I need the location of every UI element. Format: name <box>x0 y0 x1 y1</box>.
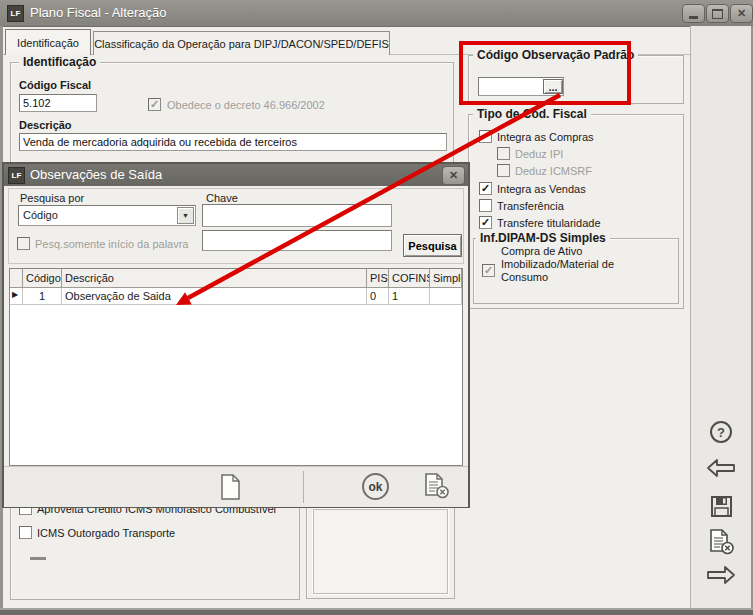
window-border-bottom <box>0 608 753 615</box>
checkbox-label: Deduz IPI <box>515 148 563 160</box>
column-header-codigo: Código <box>23 269 62 287</box>
codigo-fiscal-label: Código Fiscal <box>19 79 91 91</box>
checkbox-label: ICMS Outorgado Transporte <box>37 527 175 539</box>
checkbox-compra-ativo[interactable]: ✓ <box>482 264 495 277</box>
ok-button[interactable]: ok <box>362 473 389 500</box>
pesquisa-button[interactable]: Pesquisa <box>403 234 462 257</box>
close-icon: ✕ <box>449 170 458 181</box>
checkbox-integra-vendas[interactable]: ✓ <box>479 182 492 195</box>
titlebar: LF Plano Fiscal - Alteração ✕ <box>0 0 753 27</box>
filtro-input[interactable] <box>202 230 392 251</box>
check-icon: ✓ <box>150 98 159 110</box>
table-header-row: Código Descrição PIS COFINS Simples <box>10 269 462 288</box>
tab-label: Identificação <box>17 37 79 49</box>
codigo-observacao-field[interactable]: ... <box>478 77 564 96</box>
ellipsis-icon: ... <box>548 81 557 93</box>
decreto-checkbox-label: Obedece o decreto 46.966/2002 <box>167 99 325 111</box>
window-title: Plano Fiscal - Alteração <box>30 5 167 20</box>
cancel-button[interactable] <box>708 529 735 557</box>
tab-classificacao[interactable]: Classificação da Operação para DIPJ/DACO… <box>93 31 390 55</box>
close-button[interactable]: ✕ <box>730 4 753 23</box>
maximize-button[interactable] <box>706 4 729 23</box>
checkbox-label: Compra de Ativo Imobilizado/Material de … <box>501 245 656 284</box>
checkbox-label: Integra as Vendas <box>497 183 586 195</box>
pesquisa-por-select[interactable]: Código ▼ <box>18 205 196 226</box>
checkbox-label: Transferência <box>497 200 564 212</box>
check-icon: ✓ <box>481 216 490 228</box>
cell-codigo: 1 <box>23 288 62 304</box>
tipo-cod-fiscal-group: Tipo de Cód. Fiscal Integra as Compras D… <box>468 114 684 309</box>
row-selector-icon: ▶ <box>10 288 23 304</box>
column-header-descricao: Descrição <box>62 269 367 287</box>
chave-input[interactable] <box>202 204 392 227</box>
hscroll-thumb[interactable] <box>30 557 46 560</box>
checkbox-integra-compras[interactable] <box>479 130 492 143</box>
tab-identificacao[interactable]: Identificação <box>5 29 91 55</box>
cancel-document-icon <box>423 473 450 499</box>
chave-label: Chave <box>206 192 238 204</box>
selector-column-header <box>10 269 23 287</box>
modal-close-button[interactable]: ✕ <box>442 166 465 185</box>
modal-cancel-button[interactable] <box>423 473 450 501</box>
checkbox-icms-outorgado[interactable] <box>19 526 32 539</box>
cell-simples <box>430 288 462 304</box>
table-row[interactable]: ▶ 1 Observação de Saida 0 1 <box>10 288 462 305</box>
empty-panel <box>313 509 448 594</box>
arrow-right-icon <box>706 565 736 585</box>
browse-button[interactable]: ... <box>543 79 563 94</box>
results-table: Código Descrição PIS COFINS Simples ▶ 1 … <box>9 268 463 466</box>
maximize-icon <box>712 9 723 19</box>
column-header-cofins: COFINS <box>389 269 430 287</box>
minimize-icon <box>689 16 698 19</box>
checkbox-label: Integra as Compras <box>497 131 594 143</box>
checkbox-pesq-inicio[interactable] <box>17 237 30 250</box>
help-icon: ? <box>717 425 725 440</box>
new-button[interactable] <box>220 474 240 502</box>
checkbox-label: Pesq.somente início da palavra <box>35 238 188 250</box>
observacoes-modal: LF Observações de Saída ✕ Pesquisa por C… <box>2 162 470 508</box>
save-icon <box>710 495 733 518</box>
codigo-observacao-group: Código Observação Padrão ... <box>468 55 684 104</box>
previous-button[interactable] <box>706 458 736 480</box>
app-window: LF Plano Fiscal - Alteração ✕ Identifica… <box>0 0 753 615</box>
tipo-cod-fiscal-group-label: Tipo de Cód. Fiscal <box>473 107 591 121</box>
checkbox-label: Deduz ICMSRF <box>515 165 592 177</box>
save-button[interactable] <box>710 495 733 520</box>
pesquisa-por-label: Pesquisa por <box>20 192 84 204</box>
checkbox-deduz-ipi[interactable] <box>497 147 510 160</box>
next-button[interactable] <box>706 565 736 587</box>
dipam-group-label: Inf.DIPAM-DS Simples <box>476 231 610 245</box>
dipam-group: Inf.DIPAM-DS Simples ✓ Compra de Ativo I… <box>473 238 679 304</box>
descricao-label: Descrição <box>19 119 72 131</box>
column-header-simples: Simples <box>430 269 462 287</box>
descricao-input[interactable] <box>19 133 447 151</box>
cell-cofins: 1 <box>389 288 430 304</box>
app-icon: LF <box>7 5 24 22</box>
checkbox-deduz-icmsrf[interactable] <box>497 164 510 177</box>
chevron-down-icon: ▼ <box>182 212 189 219</box>
tab-label: Classificação da Operação para DIPJ/DACO… <box>94 38 389 50</box>
cell-pis: 0 <box>367 288 389 304</box>
sidebar-toolbar <box>690 26 751 608</box>
codigo-observacao-input[interactable] <box>479 78 543 95</box>
minimize-button[interactable] <box>682 4 705 23</box>
modal-titlebar: LF Observações de Saída <box>4 164 468 186</box>
checkbox-transfere-titularidade[interactable]: ✓ <box>479 216 492 229</box>
new-document-icon <box>220 474 240 500</box>
help-button[interactable]: ? <box>710 421 732 443</box>
identificacao-group-label: Identificação <box>19 55 100 69</box>
modal-app-icon: LF <box>8 167 25 184</box>
check-icon: ✓ <box>481 182 490 194</box>
modal-title: Observações de Saída <box>30 167 162 182</box>
codigo-observacao-group-label: Código Observação Padrão <box>473 48 638 62</box>
cancel-document-icon <box>708 529 735 555</box>
dropdown-button[interactable]: ▼ <box>177 207 194 224</box>
codigo-fiscal-input[interactable] <box>19 94 97 112</box>
modal-button-bar: ok <box>4 466 468 507</box>
decreto-checkbox[interactable]: ✓ <box>148 98 161 111</box>
selected-option: Código <box>23 209 58 221</box>
toolbar-separator <box>303 471 304 503</box>
checkbox-transferencia[interactable] <box>479 199 492 212</box>
arrow-left-icon <box>706 458 736 478</box>
identificacao-group: Identificação Código Fiscal ✓ Obedece o … <box>10 62 454 164</box>
